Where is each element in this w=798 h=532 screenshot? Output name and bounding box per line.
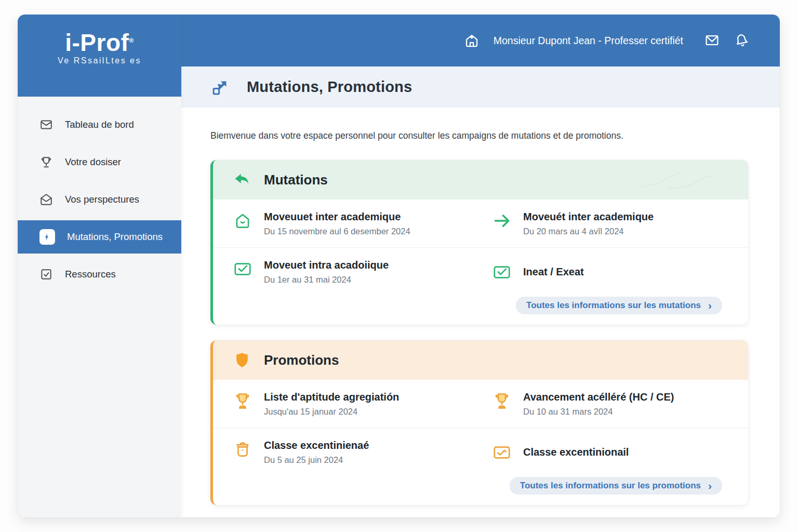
chevron-right-icon: › [708, 481, 712, 491]
campaign-text: Classe excentinienaé Du 5 au 25 juin 202… [264, 439, 369, 465]
page-title: Mutations, Promotions [247, 78, 412, 96]
campaign-item-mouvement-inter-1[interactable]: Moveuuet inter academique Du 15 novembre… [213, 200, 481, 247]
campaign-title: Liste d'aptitude agregiatión [264, 391, 399, 404]
campaign-dates: Du 1er au 31 mai 2024 [264, 275, 389, 285]
campaign-text: Ineat / Exeat [523, 265, 584, 278]
campaign-item-liste-aptitude[interactable]: Liste d'aptitude agregiatión Jusqu'au 15… [213, 380, 481, 428]
app-window: i-Prof® Ve RSsailLtes es Tableau de bord… [18, 15, 780, 517]
checkbox-icon [39, 268, 53, 281]
house-icon [233, 211, 252, 231]
campaign-text: Avancement acélléré (HC / CE) Du 10 au 3… [523, 391, 674, 417]
bell-icon[interactable] [734, 33, 750, 48]
sidebar-item-label: Tableau de bord [65, 119, 134, 130]
promotions-info-button[interactable]: Toutes les informations sur les promotio… [510, 477, 722, 495]
promotions-info-label: Toutes les informations sur les promotio… [520, 481, 701, 491]
mutations-info-label: Toutes les informations sur les mutation… [526, 300, 701, 311]
campaign-text: Classe excentinionail [523, 446, 629, 459]
campaign-dates: Du 5 au 25 juin 2024 [264, 455, 369, 465]
sidebar-item-tableau-de-bord[interactable]: Tableau de bord [18, 108, 181, 141]
sidebar: i-Prof® Ve RSsailLtes es Tableau de bord… [18, 15, 181, 517]
main-area: Monsieur Dupont Jean - Professer certifi… [181, 15, 780, 517]
sidebar-item-label: Ressources [65, 269, 116, 280]
mutations-card: Mutations Moveuuet inter academique Du 1… [210, 160, 748, 325]
envelope-check-icon [492, 262, 512, 282]
page-content: Biemvenue dans votre espace personnel po… [181, 108, 780, 517]
campaign-title: Ineat / Exeat [523, 265, 584, 278]
mutations-card-header: Mutations [213, 160, 748, 200]
campaign-title: Moveuet intra acadoiique [264, 259, 389, 272]
campaign-title: Moveuuet inter academique [264, 210, 410, 223]
promotions-card-header: Promotions [213, 340, 748, 380]
campaign-item-avancement-accelere[interactable]: Avancement acélléré (HC / CE) Du 10 au 3… [481, 380, 748, 428]
campaign-dates: Jusqu'au 15 januar 2024 [264, 407, 399, 417]
campaign-title: Classe excentinionail [523, 446, 629, 459]
sidebar-item-votre-dossier[interactable]: Votre dosiser [18, 145, 181, 179]
mutations-cta-row: Toutes les informations sur les mutation… [213, 296, 748, 325]
brand-block: i-Prof® Ve RSsailLtes es [18, 15, 181, 97]
arrow-right-icon [492, 211, 512, 231]
page-header: Mutations, Promotions [181, 66, 780, 108]
map-decoration [636, 161, 720, 193]
shield-icon [233, 351, 251, 369]
promotions-row-2: Classe excentinienaé Du 5 au 25 juin 202… [213, 428, 748, 476]
sidebar-item-vos-perspectives[interactable]: Vos perspectures [18, 183, 181, 216]
mutations-row-2: Moveuet intra acadoiique Du 1er au 31 ma… [213, 247, 748, 296]
trophy-icon [492, 391, 512, 411]
campaign-title: Classe excentinienaé [264, 439, 369, 452]
campaign-title: Moveuét inter academique [523, 210, 654, 223]
campaign-text: Moveuet intra acadoiique Du 1er au 31 ma… [264, 259, 389, 285]
bolt-icon [39, 229, 55, 245]
basket-icon [233, 440, 252, 459]
shuffle-icon [211, 78, 230, 97]
campaign-dates: Du 20 mars au 4 avîl 2024 [523, 227, 654, 236]
envelope-icon [492, 443, 512, 462]
mutations-card-title: Mutations [264, 172, 328, 188]
trophy-icon [233, 391, 252, 411]
sidebar-nav: Tableau de bord Votre dosiser Vos perspe… [18, 97, 181, 295]
sidebar-item-mutations-promotions[interactable]: Mutations, Promotions [18, 220, 181, 254]
promotions-card-title: Promotions [264, 352, 339, 368]
intro-text: Biemvenue dans votre espace personnel po… [210, 130, 748, 141]
campaign-text: Moveuuet inter academique Du 15 novembre… [264, 210, 410, 236]
logo-subtitle: Ve RSsailLtes es [18, 56, 181, 65]
logo-trademark: ® [129, 37, 134, 44]
mutations-info-button[interactable]: Toutes les informations sur les mutation… [516, 297, 722, 314]
reply-arrow-icon [233, 170, 251, 189]
mail-icon[interactable] [704, 33, 720, 48]
campaign-item-ineat-exeat[interactable]: Ineat / Exeat [481, 248, 748, 296]
sidebar-item-ressources[interactable]: Ressources [18, 258, 181, 291]
logo-text: i-Prof [65, 29, 129, 56]
user-name: Monsieur Dupont Jean - Professer certifi… [494, 35, 683, 47]
campaign-item-classe-exceptionnelle-2[interactable]: Classe excentinionail [481, 428, 748, 476]
sidebar-item-label: Vos perspectures [65, 194, 139, 205]
i-prof-logo: i-Prof® [18, 30, 181, 55]
campaign-item-mouvement-inter-2[interactable]: Moveuét inter academique Du 20 mars au 4… [481, 200, 748, 247]
topbar: Monsieur Dupont Jean - Professer certifi… [181, 15, 780, 66]
open-envelope-icon [39, 193, 53, 206]
home-icon[interactable] [464, 33, 480, 48]
sidebar-item-label: Votre dosiser [65, 156, 121, 168]
trophy-icon [39, 155, 53, 169]
chevron-right-icon: › [708, 301, 712, 311]
campaign-text: Liste d'aptitude agregiatión Jusqu'au 15… [264, 391, 399, 417]
campaign-title: Avancement acélléré (HC / CE) [523, 391, 674, 404]
promotions-cta-row: Toutes les informations sur les promotio… [213, 476, 748, 505]
campaign-text: Moveuét inter academique Du 20 mars au 4… [523, 210, 654, 236]
mutations-row-1: Moveuuet inter academique Du 15 novembre… [213, 200, 748, 247]
envelope-icon [39, 118, 53, 131]
envelope-check-icon [233, 259, 252, 279]
campaign-item-classe-exceptionnelle-1[interactable]: Classe excentinienaé Du 5 au 25 juin 202… [213, 428, 481, 476]
campaign-dates: Du 15 novembre aul 6 desember 2024 [264, 227, 410, 236]
campaign-item-mouvement-intra[interactable]: Moveuet intra acadoiique Du 1er au 31 ma… [213, 248, 481, 296]
promotions-row-1: Liste d'aptitude agregiatión Jusqu'au 15… [213, 380, 748, 428]
sidebar-item-label: Mutations, Promotions [67, 231, 163, 243]
promotions-card: Promotions Liste d'aptitude agregiatión … [210, 340, 748, 505]
campaign-dates: Du 10 au 31 mars 2024 [523, 407, 674, 417]
